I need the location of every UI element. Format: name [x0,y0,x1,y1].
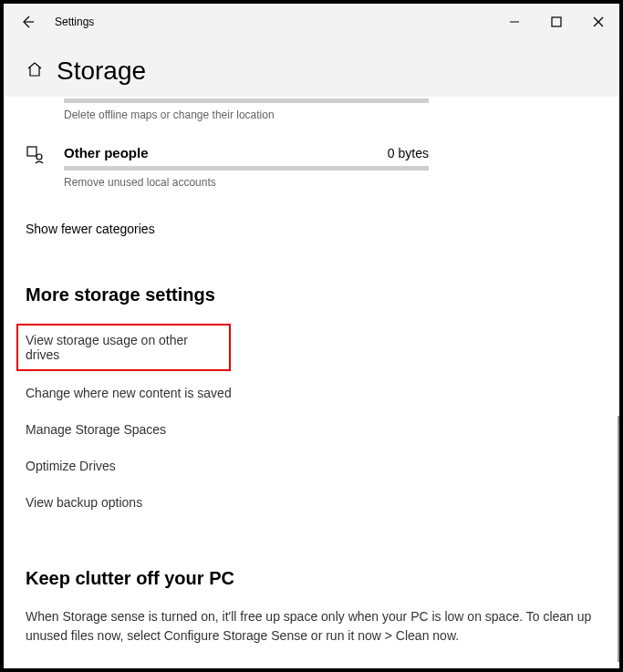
storage-category-other-people[interactable]: Other people 0 bytes Remove unused local… [26,145,597,189]
change-save-location-link[interactable]: Change where new content is saved [26,386,597,400]
home-icon[interactable] [26,60,44,82]
storage-category-maps[interactable]: Delete offline maps or change their loca… [26,97,597,121]
storage-usage-bar [64,166,429,171]
clutter-section-desc: When Storage sense is turned on, it'll f… [26,607,597,646]
storage-item-desc: Remove unused local accounts [64,176,429,189]
view-other-drives-link[interactable]: View storage usage on other drives [16,324,231,371]
svg-rect-4 [27,147,36,156]
content-area: Delete offline maps or change their loca… [4,97,619,670]
storage-item-label: Other people [64,145,149,160]
maps-icon [26,97,46,117]
maximize-button[interactable] [535,4,577,40]
back-button[interactable] [13,7,42,36]
window-title: Settings [55,16,94,28]
storage-usage-bar [64,98,429,103]
people-icon [26,145,46,165]
close-button[interactable] [577,4,619,40]
svg-rect-1 [552,17,561,26]
manage-storage-spaces-link[interactable]: Manage Storage Spaces [26,422,597,437]
storage-item-size: 0 bytes [388,146,429,160]
titlebar: Settings [4,4,619,40]
more-settings-title: More storage settings [26,284,597,305]
page-header: Storage [4,40,619,97]
view-backup-options-link[interactable]: View backup options [26,495,597,510]
storage-item-desc: Delete offline maps or change their loca… [64,109,429,121]
show-fewer-link[interactable]: Show fewer categories [26,222,155,236]
page-title: Storage [57,57,146,86]
optimize-drives-link[interactable]: Optimize Drives [26,459,597,473]
clutter-section-title: Keep clutter off your PC [26,568,597,589]
scrollbar[interactable] [618,416,619,662]
svg-point-5 [36,154,42,160]
minimize-button[interactable] [493,4,535,40]
